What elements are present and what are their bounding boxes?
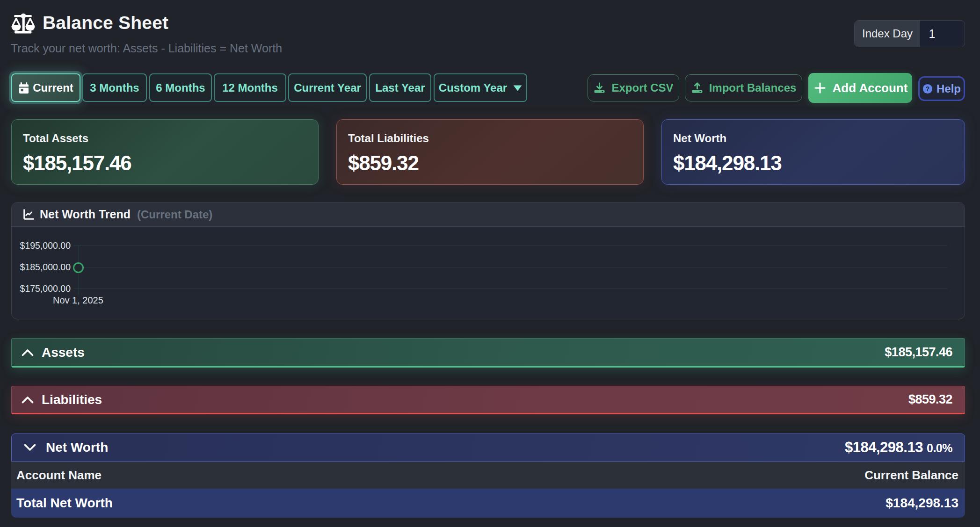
svg-text:?: ? — [926, 85, 929, 92]
